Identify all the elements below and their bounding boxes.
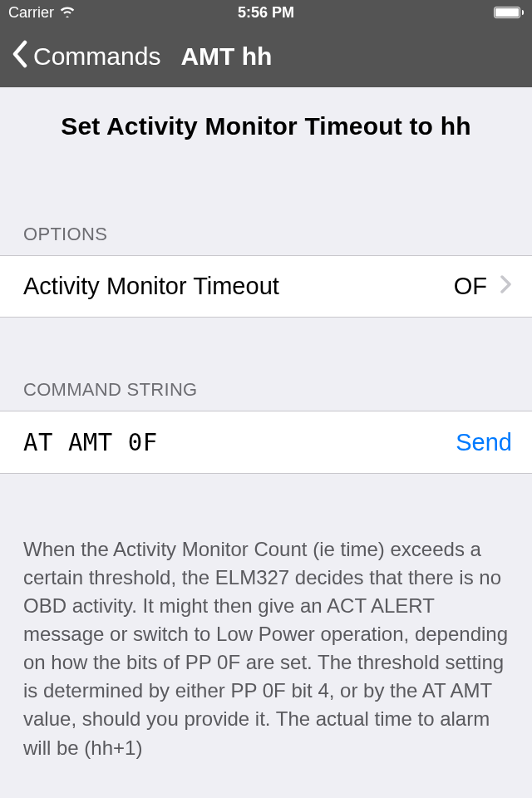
chevron-right-icon [500,273,512,299]
status-left: Carrier [8,4,76,22]
command-string: AT AMT 0F [23,428,456,456]
option-row-activity-monitor-timeout[interactable]: Activity Monitor Timeout OF [0,255,532,318]
page-title: Set Activity Monitor Timeout to hh [0,87,532,150]
description-text: When the Activity Monitor Count (ie time… [0,474,532,762]
wifi-icon [59,4,76,22]
command-row: AT AMT 0F Send [0,411,532,474]
back-button[interactable]: Commands [33,42,160,71]
battery-icon [494,7,525,18]
back-chevron-icon[interactable] [12,39,28,74]
status-bar: Carrier 5:56 PM [0,0,532,25]
send-button[interactable]: Send [456,429,512,456]
option-value: OF [454,273,487,300]
section-header-options: OPTIONS [0,224,532,255]
carrier-label: Carrier [8,4,54,22]
section-header-command: COMMAND STRING [0,379,532,411]
nav-title: AMT hh [180,42,272,71]
status-time: 5:56 PM [238,4,294,22]
option-label: Activity Monitor Timeout [23,273,454,300]
nav-bar: Commands AMT hh [0,25,532,87]
